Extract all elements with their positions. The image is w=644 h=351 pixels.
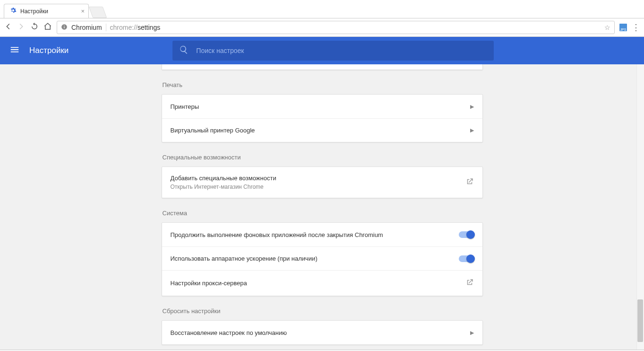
external-link-icon <box>465 177 474 187</box>
tab-title: Настройки <box>20 8 48 15</box>
section-title-a11y: Специальные возможности <box>162 142 483 167</box>
menu-icon[interactable] <box>9 44 20 57</box>
address-bar[interactable]: Chromium chrome://settings ☆ <box>57 21 615 34</box>
scrollbar-thumb[interactable] <box>637 299 643 342</box>
external-link-icon <box>465 278 474 288</box>
row-label: Продолжить выполнение фоновых приложений… <box>171 231 383 238</box>
row-hw-accel[interactable]: Использовать аппаратное ускорение (при н… <box>162 246 482 270</box>
settings-content: Печать Принтеры ▶ Виртуальный принтер Go… <box>0 64 644 351</box>
browser-toolbar: Chromium chrome://settings ☆ JPS ⋮ <box>0 18 644 37</box>
previous-card-edge <box>162 64 483 70</box>
row-label: Использовать аппаратное ускорение (при н… <box>171 255 318 262</box>
chevron-right-icon: ▶ <box>470 127 474 133</box>
svg-rect-1 <box>64 26 64 28</box>
page-title: Настройки <box>29 46 69 55</box>
row-cloud-print[interactable]: Виртуальный принтер Google ▶ <box>162 118 482 142</box>
tab-settings[interactable]: Настройки × <box>4 4 89 18</box>
system-card: Продолжить выполнение фоновых приложений… <box>162 222 483 296</box>
row-restore-defaults[interactable]: Восстановление настроек по умолчанию ▶ <box>162 321 482 344</box>
row-label: Принтеры <box>171 103 199 110</box>
browser-menu-button[interactable]: ⋮ <box>632 22 640 33</box>
row-label: Добавить специальные возможности <box>171 175 276 182</box>
a11y-card: Добавить специальные возможности Открыть… <box>162 167 483 198</box>
scrollbar-track[interactable] <box>636 64 644 350</box>
row-sublabel: Открыть Интернет-магазин Chrome <box>171 184 276 190</box>
svg-rect-2 <box>64 25 64 26</box>
row-printers[interactable]: Принтеры ▶ <box>162 95 482 118</box>
toggle-background-apps[interactable] <box>459 231 474 238</box>
row-label: Настройки прокси-сервера <box>171 280 247 287</box>
settings-header: Настройки <box>0 37 644 64</box>
section-title-print: Печать <box>162 70 483 94</box>
gear-icon <box>10 7 17 15</box>
chevron-right-icon: ▶ <box>470 104 474 110</box>
print-card: Принтеры ▶ Виртуальный принтер Google ▶ <box>162 94 483 142</box>
extension-icon[interactable]: JPS <box>619 24 627 31</box>
tab-strip: Настройки × <box>0 0 644 18</box>
forward-button[interactable] <box>17 22 26 33</box>
toggle-hw-accel[interactable] <box>459 255 474 262</box>
section-title-system: Система <box>162 198 483 222</box>
back-button[interactable] <box>4 22 12 33</box>
site-info-icon[interactable] <box>61 24 68 32</box>
home-button[interactable] <box>43 22 52 33</box>
new-tab-button[interactable] <box>89 7 107 18</box>
row-label: Виртуальный принтер Google <box>171 127 255 134</box>
omnibox-url: chrome://settings <box>110 24 161 31</box>
row-add-a11y[interactable]: Добавить специальные возможности Открыть… <box>162 167 482 198</box>
reload-button[interactable] <box>30 22 39 33</box>
omnibox-origin: Chromium <box>71 24 106 31</box>
chevron-right-icon: ▶ <box>470 330 474 336</box>
search-icon <box>179 45 189 56</box>
tab-close-icon[interactable]: × <box>81 8 85 15</box>
row-proxy[interactable]: Настройки прокси-сервера <box>162 270 482 296</box>
search-input[interactable] <box>196 47 487 54</box>
section-title-reset: Сбросить настройки <box>162 296 483 320</box>
row-label: Восстановление настроек по умолчанию <box>171 329 287 336</box>
reset-card: Восстановление настроек по умолчанию ▶ <box>162 320 483 345</box>
row-background-apps[interactable]: Продолжить выполнение фоновых приложений… <box>162 223 482 246</box>
settings-search[interactable] <box>172 41 494 61</box>
bookmark-star-icon[interactable]: ☆ <box>604 24 610 31</box>
